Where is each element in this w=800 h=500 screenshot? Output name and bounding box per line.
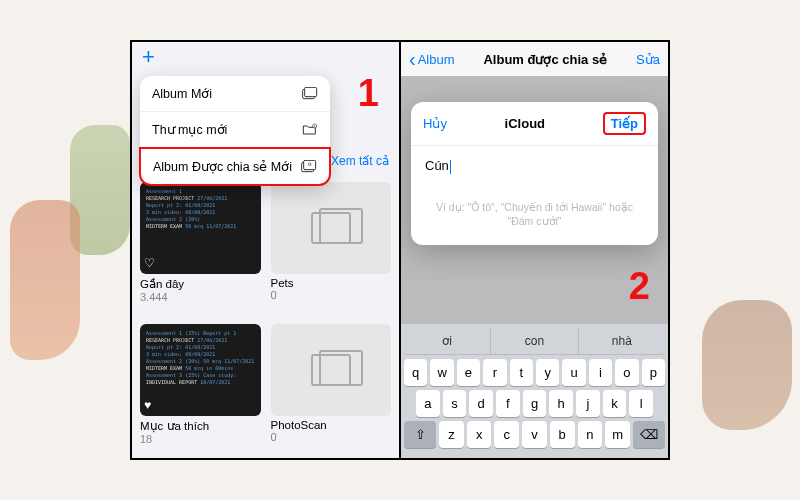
decorative-splash (702, 300, 792, 430)
step-number-1: 1 (358, 72, 379, 115)
input-value: Cún (425, 158, 449, 173)
svg-rect-1 (305, 87, 317, 96)
key-r[interactable]: r (483, 359, 506, 386)
key-i[interactable]: i (589, 359, 612, 386)
svg-text:+: + (314, 124, 316, 128)
key-p[interactable]: p (642, 359, 665, 386)
svg-rect-5 (304, 160, 316, 169)
album-title: PhotoScan (271, 419, 392, 431)
menu-label: Album Mới (152, 86, 212, 101)
suggestion-row: ơi con nhà (404, 328, 665, 355)
album-count: 3.444 (140, 291, 261, 303)
key-y[interactable]: y (536, 359, 559, 386)
album-title: Gần đây (140, 277, 261, 291)
menu-item-new-shared-album[interactable]: Album Được chia sẻ Mới (139, 147, 331, 186)
key-c[interactable]: c (494, 421, 519, 448)
key-u[interactable]: u (562, 359, 585, 386)
input-hint: Ví dụ: "Ô tô", "Chuyến đi tới Hawaii" ho… (411, 186, 658, 229)
album-item[interactable]: Pets 0 (271, 182, 392, 316)
key-j[interactable]: j (576, 390, 600, 417)
key-t[interactable]: t (510, 359, 533, 386)
empty-photos-icon (311, 212, 351, 244)
nav-bar: Album Album được chia sẻ Sửa (401, 42, 668, 76)
key-b[interactable]: b (550, 421, 575, 448)
album-item[interactable]: Assessment 1 (25%) Report pt 1RESEARCH P… (140, 324, 261, 458)
empty-photos-icon (311, 354, 351, 386)
album-thumbnail: Assessment 1 (25%) Report pt 1RESEARCH P… (140, 324, 261, 416)
decorative-splash (10, 200, 80, 360)
key-row: ⇧ z x c v b n m ⌫ (404, 421, 665, 448)
album-count: 0 (271, 431, 392, 443)
album-item[interactable]: Assessment 1RESEARCH PROJECT 27/06/2021R… (140, 182, 261, 316)
phone-screen-1: + 1 Album Mới Thư mục mới + Album Được c… (132, 42, 399, 458)
create-menu: Album Mới Thư mục mới + Album Được chia … (140, 76, 330, 185)
album-count: 18 (140, 433, 261, 445)
add-button[interactable]: + (142, 44, 155, 70)
key-x[interactable]: x (467, 421, 492, 448)
menu-label: Thư mục mới (152, 122, 227, 137)
album-thumbnail: Assessment 1RESEARCH PROJECT 27/06/2021R… (140, 182, 261, 274)
album-thumbnail (271, 182, 392, 274)
icloud-modal: Hủy iCloud Tiếp Cún Ví dụ: "Ô tô", "Chuy… (411, 102, 658, 245)
key-shift[interactable]: ⇧ (404, 421, 436, 448)
album-thumbnail (271, 324, 392, 416)
key-m[interactable]: m (605, 421, 630, 448)
suggestion[interactable]: nhà (578, 328, 665, 354)
album-title: Pets (271, 277, 392, 289)
key-l[interactable]: l (629, 390, 653, 417)
key-q[interactable]: q (404, 359, 427, 386)
album-name-input[interactable]: Cún (411, 145, 658, 186)
nav-title: Album được chia sẻ (483, 52, 607, 67)
key-row: a s d f g h j k l (404, 390, 665, 417)
step-number-2: 2 (629, 265, 650, 308)
shared-album-icon (301, 160, 317, 174)
menu-label: Album Được chia sẻ Mới (153, 159, 292, 174)
key-z[interactable]: z (439, 421, 464, 448)
key-n[interactable]: n (578, 421, 603, 448)
menu-item-new-folder[interactable]: Thư mục mới + (140, 112, 330, 148)
menu-item-new-album[interactable]: Album Mới (140, 76, 330, 112)
see-all-link[interactable]: Xem tất cả (331, 154, 389, 168)
key-backspace[interactable]: ⌫ (633, 421, 665, 448)
heart-icon: ♡ (144, 256, 155, 270)
tutorial-frame: + 1 Album Mới Thư mục mới + Album Được c… (130, 40, 670, 460)
edit-button[interactable]: Sửa (636, 52, 660, 67)
suggestion[interactable]: con (490, 328, 577, 354)
album-count: 0 (271, 289, 392, 301)
key-row: q w e r t y u i o p (404, 359, 665, 386)
key-s[interactable]: s (443, 390, 467, 417)
album-title: Mục ưa thích (140, 419, 261, 433)
next-button[interactable]: Tiếp (603, 112, 646, 135)
key-f[interactable]: f (496, 390, 520, 417)
key-h[interactable]: h (549, 390, 573, 417)
key-o[interactable]: o (615, 359, 638, 386)
back-button[interactable]: Album (409, 48, 455, 71)
key-a[interactable]: a (416, 390, 440, 417)
key-k[interactable]: k (603, 390, 627, 417)
key-e[interactable]: e (457, 359, 480, 386)
key-w[interactable]: w (430, 359, 453, 386)
album-grid: Assessment 1RESEARCH PROJECT 27/06/2021R… (140, 182, 391, 458)
phone-screen-2: Album Album được chia sẻ Sửa Hủy iCloud … (399, 42, 668, 458)
suggestion[interactable]: ơi (404, 328, 490, 354)
keyboard: ơi con nhà q w e r t y u i o p a s d f (401, 324, 668, 458)
folder-icon: + (302, 123, 318, 137)
cancel-button[interactable]: Hủy (423, 116, 447, 131)
heart-icon: ♥ (144, 398, 151, 412)
modal-title: iCloud (505, 116, 545, 131)
text-cursor (450, 160, 452, 174)
key-v[interactable]: v (522, 421, 547, 448)
key-g[interactable]: g (523, 390, 547, 417)
key-d[interactable]: d (469, 390, 493, 417)
album-icon (302, 87, 318, 101)
album-item[interactable]: PhotoScan 0 (271, 324, 392, 458)
